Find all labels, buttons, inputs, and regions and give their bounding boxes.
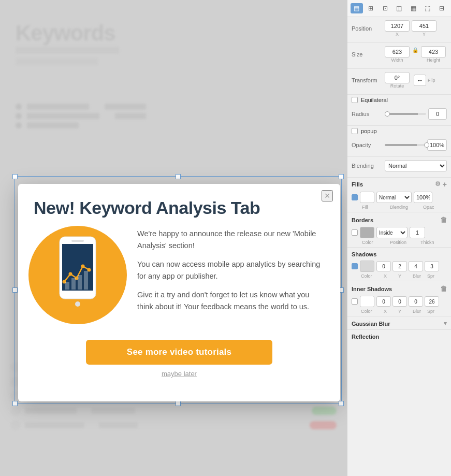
- transform-rotate-input[interactable]: [385, 72, 410, 83]
- radius-slider[interactable]: [385, 113, 426, 115]
- transform-rotate-label: Rotate: [390, 83, 404, 89]
- fills-add-icon[interactable]: +: [443, 180, 447, 189]
- inner-shadows-blur-input[interactable]: [409, 296, 423, 307]
- opacity-value-input[interactable]: [427, 139, 447, 151]
- opacity-slider-container: [385, 139, 447, 151]
- toolbar-icon-4[interactable]: ◫: [393, 3, 405, 13]
- fills-opacity-sublabel: Opac: [423, 205, 434, 210]
- transform-label: Transform: [352, 77, 383, 83]
- toolbar-icon-6[interactable]: ⬚: [421, 3, 434, 13]
- position-row: Position X Y: [352, 20, 447, 37]
- fills-section: Fills ⚙ + Normal Fill Blending Opac: [347, 178, 451, 211]
- shadows-color-swatch[interactable]: [360, 261, 374, 272]
- toolbar-icon-7[interactable]: ⊟: [435, 3, 448, 13]
- shadows-y-input[interactable]: [392, 261, 407, 271]
- size-width-input[interactable]: [385, 46, 410, 57]
- transform-xy: Rotate ↔ Flip: [385, 72, 435, 89]
- cta-button[interactable]: See more video tutorials: [86, 340, 272, 365]
- shadows-x-sublabel: X: [384, 273, 396, 279]
- svg-point-2: [75, 301, 80, 307]
- inner-shadows-label: Inner Shadows: [352, 286, 392, 292]
- borders-color-swatch[interactable]: [360, 227, 374, 238]
- opacity-slider[interactable]: [385, 144, 425, 146]
- fills-label: Fills: [352, 181, 363, 187]
- transform-flip-label: Flip: [428, 78, 435, 83]
- radius-section: Radius: [347, 105, 451, 126]
- gaussian-blur-label: Gaussian Blur: [352, 321, 390, 327]
- popup-title: New! Keyword Analysis Tab: [18, 184, 340, 226]
- flip-horizontal-btn[interactable]: ↔: [414, 75, 426, 86]
- svg-point-5: [69, 272, 72, 276]
- size-height-input[interactable]: [421, 46, 446, 57]
- svg-rect-9: [65, 282, 69, 290]
- inner-shadows-section: Inner Shadows 🗑 Color X Y Blur Spr: [347, 282, 451, 315]
- radius-slider-thumb[interactable]: [385, 111, 390, 117]
- equilateral-checkbox[interactable]: [352, 97, 358, 103]
- size-width-item: Width: [385, 46, 410, 63]
- borders-delete-icon[interactable]: 🗑: [440, 216, 447, 224]
- inner-shadows-header: Inner Shadows 🗑: [347, 282, 451, 294]
- fills-color-swatch[interactable]: [360, 192, 374, 203]
- shadows-spread-sublabel: Spr: [427, 273, 440, 279]
- lock-icon[interactable]: 🔒: [412, 46, 419, 53]
- svg-rect-10: [71, 278, 76, 290]
- radius-row: Radius: [352, 108, 447, 120]
- position-x-label: X: [396, 32, 399, 37]
- toolbar-icon-3[interactable]: ⊡: [379, 3, 391, 13]
- size-section: Size Width 🔒 Height: [347, 43, 451, 69]
- close-button[interactable]: ×: [322, 190, 333, 201]
- shadows-spread-input[interactable]: [425, 261, 439, 271]
- popup-image: [28, 226, 127, 324]
- fills-checkbox[interactable]: [352, 194, 358, 200]
- shadows-checkbox[interactable]: [352, 263, 358, 269]
- bg-title: Keywords: [16, 21, 115, 46]
- fills-row: Normal: [347, 190, 451, 205]
- inner-shadows-blur-sublabel: Blur: [413, 309, 425, 314]
- inner-shadows-y-sublabel: Y: [398, 309, 411, 314]
- radius-value-input[interactable]: [428, 108, 447, 120]
- shadows-blur-input[interactable]: [409, 261, 423, 271]
- borders-color-sublabel: Color: [362, 240, 377, 245]
- blending-select[interactable]: Normal: [385, 160, 447, 171]
- position-y-item: Y: [412, 20, 437, 37]
- maybe-later-button[interactable]: maybe later: [162, 370, 197, 378]
- shadows-section: Shadows Color X Y Blur Spr: [347, 249, 451, 280]
- fills-settings-icon[interactable]: ⚙: [435, 180, 441, 189]
- popup-checkbox[interactable]: [352, 128, 358, 134]
- toolbar-icon-5[interactable]: ▦: [407, 3, 419, 13]
- phone-illustration: [47, 233, 109, 318]
- canvas-area: Keywords: [0, 0, 347, 476]
- reflection-header: Reflection: [347, 331, 451, 341]
- blending-label: Blending: [352, 163, 383, 169]
- toolbar-icon-1[interactable]: ▤: [351, 3, 363, 13]
- borders-checkbox[interactable]: [352, 229, 358, 236]
- position-label: Position: [352, 25, 383, 32]
- borders-thickness-input[interactable]: [410, 227, 425, 238]
- inner-shadows-color-swatch[interactable]: [360, 296, 374, 307]
- position-x-input[interactable]: [385, 20, 410, 32]
- panel-toolbar: ▤ ⊞ ⊡ ◫ ▦ ⬚ ⊟: [347, 0, 451, 17]
- inner-shadows-x-input[interactable]: [376, 296, 391, 307]
- equilateral-label: Equilateral: [361, 97, 388, 103]
- toolbar-icon-2[interactable]: ⊞: [365, 3, 377, 13]
- position-y-input[interactable]: [412, 20, 437, 32]
- blending-section: Blending Normal: [347, 157, 451, 178]
- gaussian-blur-arrow-icon[interactable]: ▾: [444, 320, 447, 327]
- borders-thickness-sublabel: Thickn: [420, 240, 434, 245]
- size-height-item: Height: [421, 46, 446, 63]
- shadows-label: Shadows: [352, 251, 376, 257]
- inner-shadows-checkbox[interactable]: [352, 298, 358, 305]
- shadows-x-input[interactable]: [376, 261, 391, 271]
- popup-footer: See more video tutorials maybe later: [18, 335, 340, 388]
- position-x-item: X: [385, 20, 410, 37]
- shadows-blur-sublabel: Blur: [413, 273, 425, 279]
- fills-blending-select[interactable]: Normal: [376, 192, 412, 203]
- opacity-slider-thumb[interactable]: [424, 142, 429, 148]
- inner-shadows-delete-icon[interactable]: 🗑: [440, 285, 447, 293]
- inner-shadows-spread-input[interactable]: [425, 296, 439, 307]
- svg-rect-3: [71, 240, 84, 242]
- inner-shadows-y-input[interactable]: [392, 296, 407, 307]
- borders-position-select[interactable]: Inside: [376, 227, 408, 238]
- shadows-sub-labels: Color X Y Blur Spr: [347, 273, 451, 280]
- fills-opacity-input[interactable]: [414, 192, 432, 203]
